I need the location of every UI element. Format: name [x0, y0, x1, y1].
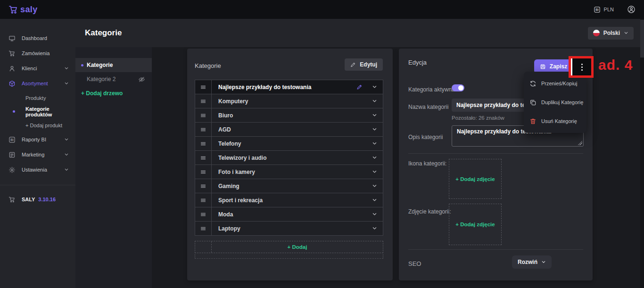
more-options-button[interactable] — [572, 58, 591, 75]
name-field-label: Nazwa kategorii — [408, 104, 448, 110]
sidebar-item-raporty-bi[interactable]: Raporty BI — [0, 132, 75, 147]
chevron-down-icon[interactable] — [372, 99, 377, 104]
drag-handle-icon[interactable] — [195, 123, 212, 136]
drag-handle-icon[interactable] — [195, 151, 212, 165]
category-name: Telewizory i audio — [212, 155, 372, 161]
drag-handle-icon[interactable] — [195, 94, 212, 108]
active-dot — [81, 64, 83, 66]
drag-handle-icon[interactable] — [195, 137, 212, 150]
drag-handle-icon[interactable] — [195, 193, 212, 207]
drag-handle-icon[interactable] — [195, 80, 212, 94]
app-window: saly PLN Dashboard Zamówienia Klienci — [0, 0, 644, 288]
cart-icon — [8, 196, 16, 203]
chevron-down-icon — [64, 66, 69, 71]
sidebar-item-klienci[interactable]: Klienci — [0, 61, 75, 76]
sidebar-item-marketing[interactable]: Marketing — [0, 147, 75, 162]
category-row[interactable]: AGD — [195, 123, 383, 137]
menu-item-label: Duplikuj Kategorię — [541, 99, 583, 105]
poland-flag-icon — [593, 30, 600, 36]
language-selector[interactable]: Polski — [588, 27, 634, 40]
sidebar-item-label: Marketing — [22, 152, 58, 157]
category-active-toggle[interactable] — [452, 84, 464, 91]
sidebar-item-label: Dashboard — [22, 35, 69, 41]
drag-handle-icon[interactable] — [195, 207, 212, 221]
menu-item-delete[interactable]: Usuń Kategorię — [524, 112, 586, 131]
chevron-down-icon[interactable] — [372, 155, 377, 160]
category-row[interactable]: Sport i rekreacja — [195, 193, 383, 207]
chevron-down-icon[interactable] — [372, 127, 377, 132]
add-image-label: + Dodaj zdjęcie — [455, 176, 495, 182]
person-icon — [8, 65, 16, 72]
add-category-row[interactable]: + Dodaj — [195, 241, 383, 253]
scrollbar-track[interactable] — [640, 19, 644, 288]
category-row[interactable]: Biuro — [195, 108, 383, 123]
sidebar-subitem-label: + Dodaj produkt — [25, 123, 62, 128]
category-row[interactable]: Komputery — [195, 94, 383, 108]
sidebar-item-produkty[interactable]: Produkty — [0, 91, 75, 105]
topbar-right: PLN — [594, 5, 636, 14]
currency-selector[interactable]: PLN — [594, 6, 614, 13]
chevron-down-icon[interactable] — [372, 113, 377, 118]
pencil-icon — [350, 62, 356, 67]
add-tree-button[interactable]: + Dodaj drzewo — [75, 86, 152, 100]
sidebar-item-dodaj-produkt[interactable]: + Dodaj produkt — [0, 118, 75, 132]
sidebar-item-label: Raporty BI — [22, 137, 58, 142]
chevron-down-icon[interactable] — [372, 183, 377, 189]
floppy-save-icon — [540, 64, 546, 70]
gear-icon — [8, 166, 16, 173]
tree-item-kategorie[interactable]: Kategorie — [75, 58, 152, 72]
drag-handle-icon[interactable] — [195, 108, 212, 122]
drag-handle-icon[interactable] — [195, 179, 212, 193]
move-copy-icon — [529, 80, 537, 87]
sidebar-item-zamowienia[interactable]: Zamówienia — [0, 46, 75, 61]
chevron-down-icon[interactable] — [372, 197, 377, 203]
menu-item-label: Przenieś/Kopiuj — [541, 81, 577, 86]
tree-item-kategorie-2[interactable]: Kategorie 2 — [75, 72, 152, 86]
category-row[interactable]: Telewizory i audio — [195, 151, 383, 165]
chevron-down-icon[interactable] — [372, 226, 377, 231]
sidebar-divider — [0, 185, 75, 185]
chevron-down-icon[interactable] — [372, 212, 377, 217]
sidebar-item-label: Ustawienia — [22, 167, 58, 173]
logo[interactable]: saly — [8, 5, 38, 15]
sidebar-item-ustawienia[interactable]: Ustawienia — [0, 162, 75, 177]
scrollbar-thumb[interactable] — [640, 20, 644, 58]
drag-handle-icon[interactable] — [195, 222, 212, 235]
add-category-label: + Dodaj — [212, 241, 383, 253]
page-title: Kategorie — [85, 28, 122, 38]
eye-off-icon[interactable] — [138, 76, 145, 83]
menu-item-duplicate[interactable]: Duplikuj Kategorię — [524, 93, 586, 112]
drag-handle-icon[interactable] — [195, 165, 212, 179]
category-row[interactable]: Gaming — [195, 179, 383, 193]
chars-remaining-hint: Pozostało: 26 znaków — [452, 115, 504, 121]
add-row-handle-cell — [195, 241, 212, 253]
category-row[interactable]: Najlepsze przykłady do testowania — [195, 80, 383, 94]
category-name: AGD — [212, 126, 372, 133]
monitor-icon — [8, 35, 16, 42]
sidebar-item-dashboard[interactable]: Dashboard — [0, 31, 75, 46]
sidebar-item-kategorie-produktow[interactable]: Kategorie produktów — [0, 105, 75, 118]
add-category-image-dropzone[interactable]: + Dodaj zdjęcie — [449, 204, 502, 245]
category-name: Sport i rekreacja — [212, 197, 372, 204]
user-menu-button[interactable] — [627, 5, 636, 14]
chevron-down-icon[interactable] — [372, 84, 377, 90]
chevron-down-icon[interactable] — [372, 169, 377, 174]
currency-code: PLN — [604, 7, 614, 12]
edit-pencil-icon[interactable] — [356, 84, 363, 90]
add-image-label: + Dodaj zdjęcie — [455, 222, 495, 227]
add-icon-image-dropzone[interactable]: + Dodaj zdjęcie — [449, 159, 502, 199]
seo-section-label: SEO — [408, 260, 421, 267]
menu-item-label: Usuń Kategorię — [541, 118, 577, 124]
add-row-ghost — [195, 254, 383, 259]
sidebar-item-asortyment[interactable]: Asortyment — [0, 76, 75, 91]
category-row[interactable]: Foto i kamery — [195, 165, 383, 179]
category-row[interactable]: Moda — [195, 207, 383, 222]
category-name: Gaming — [212, 183, 372, 189]
category-row[interactable]: Telefony — [195, 137, 383, 151]
category-row[interactable]: Laptopy — [195, 222, 383, 236]
categories-panel: Kategorie Edytuj Najlepsze przykłady do … — [187, 49, 393, 280]
chevron-down-icon[interactable] — [372, 141, 377, 146]
edit-button[interactable]: Edytuj — [345, 58, 383, 71]
seo-expand-button[interactable]: Rozwiń — [512, 255, 552, 269]
annotation-text: ad. 4 — [598, 57, 633, 73]
